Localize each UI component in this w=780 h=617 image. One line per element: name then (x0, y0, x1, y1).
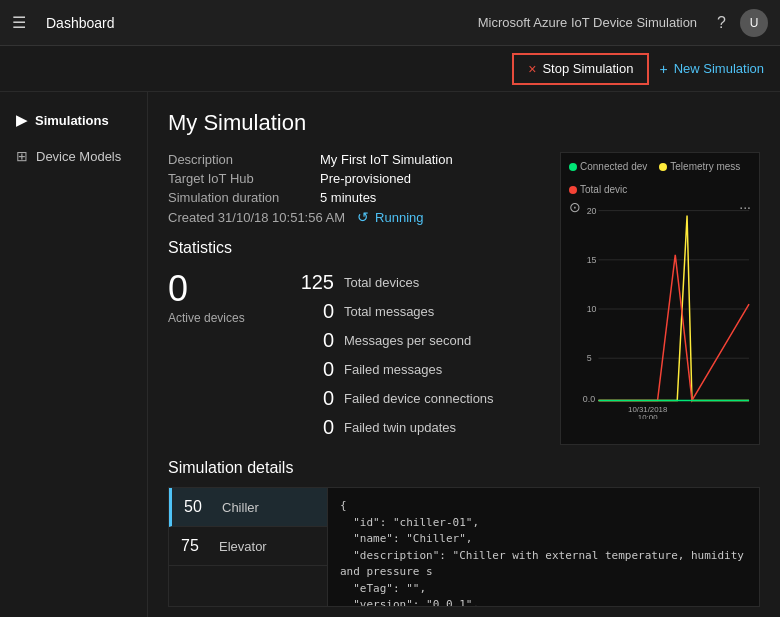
info-panel: Description My First IoT Simulation Targ… (168, 152, 544, 445)
status-label: Running (375, 210, 423, 225)
app-name: Microsoft Azure IoT Device Simulation (478, 15, 697, 30)
sim-details-content: 50 Chiller 75 Elevator { "id": "chiller-… (168, 487, 760, 607)
duration-value: 5 minutes (320, 190, 376, 205)
stop-label: Stop Simulation (542, 61, 633, 76)
stop-icon: × (528, 61, 536, 77)
page-title: My Simulation (168, 110, 760, 136)
target-hub-label: Target IoT Hub (168, 171, 308, 186)
chart-svg: 20 15 10 5 0.0 (569, 199, 751, 419)
svg-text:0.0: 0.0 (583, 394, 595, 404)
avatar[interactable]: U (740, 9, 768, 37)
total-devices-number: 125 (298, 271, 334, 294)
active-devices-number: 0 (168, 271, 268, 307)
failed-messages-row: 0 Failed messages (298, 358, 544, 381)
elevator-count: 75 (181, 537, 209, 555)
legend-connected: Connected dev (569, 161, 647, 172)
layers-icon: ⊙ (569, 199, 581, 215)
topbar-title: Dashboard (46, 15, 478, 31)
created-label: Created 31/10/18 10:51:56 AM (168, 210, 345, 225)
target-hub-value: Pre-provisioned (320, 171, 411, 186)
stats-content: 0 Active devices 125 Total devices 0 Tot… (168, 271, 544, 445)
total-messages-number: 0 (298, 300, 334, 323)
sidebar: ▶ Simulations ⊞ Device Models (0, 92, 148, 617)
sim-details-title: Simulation details (168, 459, 760, 477)
plus-icon: + (659, 61, 667, 77)
device-models-icon: ⊞ (16, 148, 28, 164)
legend-total-label: Total devic (580, 184, 627, 195)
failed-messages-number: 0 (298, 358, 334, 381)
topbar: ☰ Dashboard Microsoft Azure IoT Device S… (0, 0, 780, 46)
sidebar-label-device-models: Device Models (36, 149, 121, 164)
legend-telemetry-label: Telemetry mess (670, 161, 740, 172)
legend-telemetry: Telemetry mess (659, 161, 740, 172)
telemetry-dot (659, 163, 667, 171)
status-badge: ↺ Running (357, 209, 423, 225)
description-label: Description (168, 152, 308, 167)
new-simulation-button[interactable]: + New Simulation (659, 61, 764, 77)
stats-section: Statistics 0 Active devices 125 Total de… (168, 239, 544, 445)
sidebar-label-simulations: Simulations (35, 113, 109, 128)
sim-details: Simulation details 50 Chiller 75 Elevato… (168, 459, 760, 607)
failed-messages-label: Failed messages (344, 362, 442, 377)
svg-text:10:00: 10:00 (638, 413, 658, 419)
chart-options-icon[interactable]: ··· (739, 199, 751, 215)
failed-connections-number: 0 (298, 387, 334, 410)
active-devices-block: 0 Active devices (168, 271, 268, 445)
chart-legend: Connected dev Telemetry mess Total devic (569, 161, 751, 195)
main-content: My Simulation Description My First IoT S… (148, 92, 780, 617)
device-list-item-chiller[interactable]: 50 Chiller (169, 488, 327, 527)
messages-per-second-label: Messages per second (344, 333, 471, 348)
total-devices-row: 125 Total devices (298, 271, 544, 294)
messages-per-second-row: 0 Messages per second (298, 329, 544, 352)
active-devices-label: Active devices (168, 311, 268, 325)
chiller-count: 50 (184, 498, 212, 516)
svg-text:20: 20 (587, 206, 597, 216)
failed-connections-row: 0 Failed device connections (298, 387, 544, 410)
total-devices-label: Total devices (344, 275, 419, 290)
svg-text:15: 15 (587, 255, 597, 265)
description-value: My First IoT Simulation (320, 152, 453, 167)
actionbar: × Stop Simulation + New Simulation (0, 46, 780, 92)
duration-label: Simulation duration (168, 190, 308, 205)
failed-twin-number: 0 (298, 416, 334, 439)
device-list: 50 Chiller 75 Elevator (168, 487, 328, 607)
json-panel: { "id": "chiller-01", "name": "Chiller",… (328, 487, 760, 607)
failed-twin-row: 0 Failed twin updates (298, 416, 544, 439)
help-icon[interactable]: ? (717, 14, 726, 32)
stop-simulation-button[interactable]: × Stop Simulation (512, 53, 649, 85)
sidebar-item-device-models[interactable]: ⊞ Device Models (0, 138, 147, 174)
simulations-icon: ▶ (16, 112, 27, 128)
elevator-name: Elevator (219, 539, 267, 554)
stats-title: Statistics (168, 239, 544, 257)
topbar-icons: ? U (717, 9, 768, 37)
total-messages-row: 0 Total messages (298, 300, 544, 323)
legend-connected-label: Connected dev (580, 161, 647, 172)
failed-connections-label: Failed device connections (344, 391, 494, 406)
connected-dot (569, 163, 577, 171)
hamburger-icon[interactable]: ☰ (12, 13, 26, 32)
sidebar-item-simulations[interactable]: ▶ Simulations (0, 102, 147, 138)
svg-text:5: 5 (587, 353, 592, 363)
chart-wrapper: ⊙ ··· 20 15 10 5 0.0 (569, 199, 751, 419)
chart-panel: Connected dev Telemetry mess Total devic… (560, 152, 760, 445)
messages-per-second-number: 0 (298, 329, 334, 352)
svg-text:10: 10 (587, 304, 597, 314)
device-list-item-elevator[interactable]: 75 Elevator (169, 527, 327, 566)
stats-rows: 125 Total devices 0 Total messages 0 Mes… (298, 271, 544, 445)
total-dot (569, 186, 577, 194)
failed-twin-label: Failed twin updates (344, 420, 456, 435)
json-content: { "id": "chiller-01", "name": "Chiller",… (340, 498, 747, 607)
layout: ▶ Simulations ⊞ Device Models My Simulat… (0, 92, 780, 617)
legend-total: Total devic (569, 184, 627, 195)
chiller-name: Chiller (222, 500, 259, 515)
total-messages-label: Total messages (344, 304, 434, 319)
running-icon: ↺ (357, 209, 369, 225)
new-simulation-label: New Simulation (674, 61, 764, 76)
